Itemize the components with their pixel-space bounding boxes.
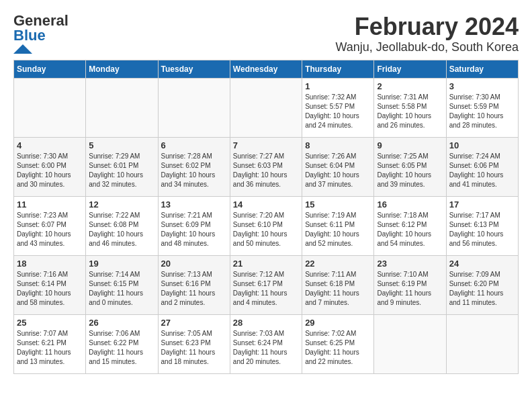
day-number: 23 [377, 259, 443, 269]
page-header: General Blue February 2024 Wanju, Jeolla… [13, 13, 519, 54]
calendar-cell: 14Sunrise: 7:20 AM Sunset: 6:10 PM Dayli… [230, 196, 302, 255]
day-info: Sunrise: 7:30 AM Sunset: 5:59 PM Dayligh… [449, 93, 515, 130]
day-info: Sunrise: 7:22 AM Sunset: 6:08 PM Dayligh… [89, 211, 154, 248]
day-info: Sunrise: 7:24 AM Sunset: 6:06 PM Dayligh… [449, 152, 515, 189]
day-number: 12 [89, 199, 154, 210]
calendar-cell [86, 78, 158, 137]
day-info: Sunrise: 7:02 AM Sunset: 6:25 PM Dayligh… [305, 329, 371, 367]
calendar-cell: 4Sunrise: 7:30 AM Sunset: 6:00 PM Daylig… [14, 137, 86, 196]
calendar-header-row: SundayMondayTuesdayWednesdayThursdayFrid… [14, 60, 519, 78]
calendar-cell: 7Sunrise: 7:27 AM Sunset: 6:03 PM Daylig… [230, 137, 302, 196]
calendar-cell: 10Sunrise: 7:24 AM Sunset: 6:06 PM Dayli… [446, 137, 518, 196]
calendar-header-friday: Friday [374, 60, 446, 78]
calendar-cell [230, 78, 302, 137]
calendar-week-row: 25Sunrise: 7:07 AM Sunset: 6:21 PM Dayli… [14, 314, 519, 373]
day-info: Sunrise: 7:07 AM Sunset: 6:21 PM Dayligh… [17, 329, 83, 367]
calendar-cell [374, 314, 446, 373]
calendar-week-row: 1Sunrise: 7:32 AM Sunset: 5:57 PM Daylig… [14, 78, 519, 137]
page-title: February 2024 [336, 13, 519, 40]
calendar-header-sunday: Sunday [14, 60, 86, 78]
day-number: 7 [233, 140, 299, 150]
day-info: Sunrise: 7:09 AM Sunset: 6:20 PM Dayligh… [449, 270, 515, 308]
calendar-cell: 9Sunrise: 7:25 AM Sunset: 6:05 PM Daylig… [374, 137, 446, 196]
calendar-cell: 16Sunrise: 7:18 AM Sunset: 6:12 PM Dayli… [374, 196, 446, 255]
day-number: 21 [233, 259, 299, 269]
day-number: 19 [89, 259, 154, 269]
calendar-cell: 3Sunrise: 7:30 AM Sunset: 5:59 PM Daylig… [446, 78, 518, 137]
day-number: 17 [449, 199, 515, 210]
day-number: 27 [161, 318, 227, 328]
day-info: Sunrise: 7:06 AM Sunset: 6:22 PM Dayligh… [89, 329, 154, 367]
calendar-header-tuesday: Tuesday [158, 60, 230, 78]
day-number: 11 [17, 199, 83, 210]
day-number: 22 [305, 259, 371, 269]
day-info: Sunrise: 7:25 AM Sunset: 6:05 PM Dayligh… [377, 152, 443, 189]
day-info: Sunrise: 7:23 AM Sunset: 6:07 PM Dayligh… [17, 211, 83, 248]
calendar-cell: 2Sunrise: 7:31 AM Sunset: 5:58 PM Daylig… [374, 78, 446, 137]
day-info: Sunrise: 7:03 AM Sunset: 6:24 PM Dayligh… [233, 329, 299, 367]
calendar-week-row: 4Sunrise: 7:30 AM Sunset: 6:00 PM Daylig… [14, 137, 519, 196]
calendar-cell: 15Sunrise: 7:19 AM Sunset: 6:11 PM Dayli… [302, 196, 374, 255]
day-number: 3 [449, 81, 515, 91]
day-number: 10 [449, 140, 515, 150]
day-info: Sunrise: 7:30 AM Sunset: 6:00 PM Dayligh… [17, 152, 83, 189]
day-number: 4 [17, 140, 83, 150]
day-info: Sunrise: 7:13 AM Sunset: 6:16 PM Dayligh… [161, 270, 227, 308]
day-number: 8 [305, 140, 371, 150]
logo-blue: Blue [13, 27, 46, 44]
calendar-cell: 11Sunrise: 7:23 AM Sunset: 6:07 PM Dayli… [14, 196, 86, 255]
day-info: Sunrise: 7:10 AM Sunset: 6:19 PM Dayligh… [377, 270, 443, 308]
day-info: Sunrise: 7:18 AM Sunset: 6:12 PM Dayligh… [377, 211, 443, 248]
day-info: Sunrise: 7:12 AM Sunset: 6:17 PM Dayligh… [233, 270, 299, 308]
logo-text: General Blue [13, 13, 69, 43]
calendar-cell: 26Sunrise: 7:06 AM Sunset: 6:22 PM Dayli… [86, 314, 158, 373]
day-number: 20 [161, 259, 227, 269]
day-number: 1 [305, 81, 371, 91]
day-info: Sunrise: 7:26 AM Sunset: 6:04 PM Dayligh… [305, 152, 371, 189]
calendar-cell: 8Sunrise: 7:26 AM Sunset: 6:04 PM Daylig… [302, 137, 374, 196]
calendar-cell: 27Sunrise: 7:05 AM Sunset: 6:23 PM Dayli… [158, 314, 230, 373]
calendar-cell: 21Sunrise: 7:12 AM Sunset: 6:17 PM Dayli… [230, 255, 302, 314]
calendar-cell: 23Sunrise: 7:10 AM Sunset: 6:19 PM Dayli… [374, 255, 446, 314]
day-info: Sunrise: 7:21 AM Sunset: 6:09 PM Dayligh… [161, 211, 227, 248]
day-number: 14 [233, 199, 299, 210]
day-info: Sunrise: 7:05 AM Sunset: 6:23 PM Dayligh… [161, 329, 227, 367]
day-info: Sunrise: 7:14 AM Sunset: 6:15 PM Dayligh… [89, 270, 154, 308]
calendar-cell: 25Sunrise: 7:07 AM Sunset: 6:21 PM Dayli… [14, 314, 86, 373]
calendar-cell: 28Sunrise: 7:03 AM Sunset: 6:24 PM Dayli… [230, 314, 302, 373]
day-info: Sunrise: 7:17 AM Sunset: 6:13 PM Dayligh… [449, 211, 515, 248]
svg-marker-0 [13, 44, 32, 54]
day-number: 5 [89, 140, 154, 150]
calendar-table: SundayMondayTuesdayWednesdayThursdayFrid… [13, 60, 519, 374]
calendar-cell: 1Sunrise: 7:32 AM Sunset: 5:57 PM Daylig… [302, 78, 374, 137]
calendar-cell: 17Sunrise: 7:17 AM Sunset: 6:13 PM Dayli… [446, 196, 518, 255]
calendar-cell: 19Sunrise: 7:14 AM Sunset: 6:15 PM Dayli… [86, 255, 158, 314]
day-info: Sunrise: 7:28 AM Sunset: 6:02 PM Dayligh… [161, 152, 227, 189]
calendar-header-thursday: Thursday [302, 60, 374, 78]
day-number: 2 [377, 81, 443, 91]
calendar-cell: 6Sunrise: 7:28 AM Sunset: 6:02 PM Daylig… [158, 137, 230, 196]
day-info: Sunrise: 7:27 AM Sunset: 6:03 PM Dayligh… [233, 152, 299, 189]
calendar-cell [14, 78, 86, 137]
calendar-cell: 20Sunrise: 7:13 AM Sunset: 6:16 PM Dayli… [158, 255, 230, 314]
calendar-header-wednesday: Wednesday [230, 60, 302, 78]
day-number: 9 [377, 140, 443, 150]
day-info: Sunrise: 7:16 AM Sunset: 6:14 PM Dayligh… [17, 270, 83, 308]
day-number: 29 [305, 318, 371, 328]
calendar-week-row: 11Sunrise: 7:23 AM Sunset: 6:07 PM Dayli… [14, 196, 519, 255]
logo: General Blue [13, 13, 69, 54]
day-info: Sunrise: 7:29 AM Sunset: 6:01 PM Dayligh… [89, 152, 154, 189]
day-info: Sunrise: 7:31 AM Sunset: 5:58 PM Dayligh… [377, 93, 443, 130]
day-info: Sunrise: 7:11 AM Sunset: 6:18 PM Dayligh… [305, 270, 371, 308]
day-number: 25 [17, 318, 83, 328]
day-number: 13 [161, 199, 227, 210]
day-number: 15 [305, 199, 371, 210]
logo-icon [13, 44, 32, 54]
calendar-header-saturday: Saturday [446, 60, 518, 78]
day-info: Sunrise: 7:19 AM Sunset: 6:11 PM Dayligh… [305, 211, 371, 248]
calendar-header-monday: Monday [86, 60, 158, 78]
page-subtitle: Wanju, Jeollabuk-do, South Korea [336, 40, 519, 54]
calendar-week-row: 18Sunrise: 7:16 AM Sunset: 6:14 PM Dayli… [14, 255, 519, 314]
calendar-cell [446, 314, 518, 373]
day-number: 6 [161, 140, 227, 150]
